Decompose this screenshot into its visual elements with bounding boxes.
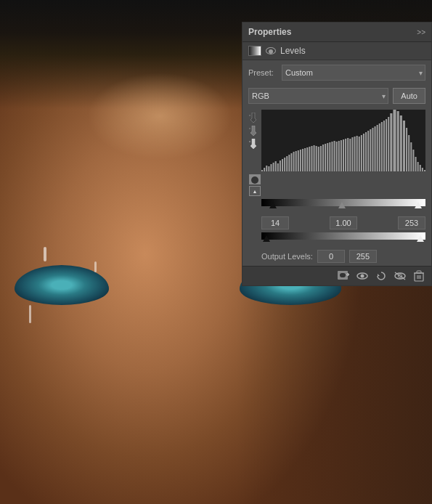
svg-rect-6 [266, 166, 267, 171]
svg-rect-43 [349, 139, 351, 171]
svg-rect-30 [320, 146, 322, 171]
output-levels-label: Output Levels: [261, 252, 313, 261]
svg-rect-4 [261, 170, 263, 171]
input-slider-track [261, 199, 425, 206]
visibility-eye-icon[interactable] [266, 47, 276, 54]
svg-rect-23 [304, 148, 306, 171]
svg-rect-45 [354, 137, 356, 171]
output-black-input[interactable] [317, 250, 345, 263]
svg-rect-64 [400, 115, 402, 171]
svg-rect-19 [296, 151, 297, 171]
svg-rect-44 [351, 137, 353, 171]
svg-rect-52 [370, 129, 371, 171]
svg-point-80 [361, 275, 364, 278]
svg-rect-78 [347, 273, 349, 276]
histogram-area [248, 110, 425, 171]
svg-rect-13 [282, 159, 283, 171]
properties-panel: Properties >> Levels Preset: Custom Defa… [242, 22, 432, 286]
svg-rect-41 [345, 139, 346, 171]
svg-rect-55 [377, 125, 378, 171]
svg-rect-42 [347, 138, 349, 171]
svg-rect-71 [417, 162, 419, 171]
delete-icon[interactable] [412, 270, 425, 282]
svg-rect-48 [361, 135, 362, 171]
svg-rect-87 [417, 271, 421, 273]
black-output-handle[interactable] [263, 235, 270, 242]
mask-row: ▲ [243, 174, 431, 198]
show-hide-icon[interactable] [394, 270, 407, 282]
panel-title: Properties [248, 27, 291, 37]
svg-rect-54 [375, 126, 376, 171]
levels-histogram-icon [248, 46, 261, 56]
black-input-handle[interactable] [269, 202, 277, 208]
svg-rect-49 [363, 134, 364, 171]
output-slider-track [261, 232, 425, 240]
svg-rect-27 [314, 145, 315, 171]
levels-title: Levels [280, 46, 306, 56]
svg-rect-32 [325, 144, 326, 171]
svg-rect-26 [311, 146, 312, 171]
svg-rect-29 [318, 147, 319, 171]
preset-select-wrapper: Custom Default Darker ▾ [282, 65, 425, 81]
svg-rect-33 [327, 143, 328, 171]
mid-level-input[interactable] [330, 216, 357, 229]
svg-rect-34 [329, 142, 330, 171]
svg-rect-72 [420, 165, 421, 171]
svg-rect-11 [277, 163, 279, 171]
svg-rect-28 [316, 146, 317, 171]
reset-icon[interactable] [375, 270, 388, 282]
svg-rect-56 [379, 123, 380, 171]
svg-rect-68 [410, 142, 412, 171]
svg-rect-46 [356, 136, 358, 171]
svg-rect-21 [300, 150, 301, 171]
svg-rect-61 [390, 113, 392, 171]
mask-icon[interactable] [249, 174, 261, 184]
svg-rect-67 [408, 135, 409, 171]
panel-collapse-button[interactable]: >> [417, 28, 425, 36]
svg-rect-57 [381, 122, 383, 171]
eyedroppers-column [248, 110, 258, 171]
svg-rect-40 [343, 139, 344, 171]
white-output-handle[interactable] [417, 235, 424, 242]
svg-rect-15 [286, 156, 288, 171]
svg-rect-70 [415, 157, 416, 171]
svg-rect-35 [331, 142, 333, 171]
channel-row: RGB Red Green Blue ▾ Auto [243, 85, 431, 107]
channel-select[interactable]: RGB Red Green Blue [248, 88, 388, 104]
svg-rect-58 [383, 121, 385, 171]
mask-link-icon[interactable]: ▲ [249, 186, 261, 196]
svg-rect-12 [280, 160, 281, 171]
black-point-eyedropper[interactable] [248, 113, 258, 123]
levels-header: Levels [243, 42, 431, 60]
svg-rect-18 [293, 152, 295, 171]
black-level-input[interactable] [261, 216, 289, 229]
svg-rect-74 [424, 170, 425, 171]
mid-input-handle[interactable] [338, 202, 346, 208]
preset-select[interactable]: Custom Default Darker [282, 65, 425, 81]
droplet-1 [44, 247, 46, 261]
white-point-eyedropper[interactable] [248, 139, 258, 149]
svg-rect-53 [372, 128, 373, 171]
white-level-input[interactable] [398, 216, 425, 229]
output-levels-slider[interactable] [261, 232, 425, 247]
svg-rect-50 [365, 132, 367, 171]
svg-rect-25 [309, 147, 310, 171]
panel-header: Properties >> [243, 23, 431, 42]
output-row: Output Levels: [243, 247, 431, 266]
view-properties-icon[interactable] [356, 270, 369, 282]
svg-rect-31 [322, 145, 324, 171]
svg-rect-5 [264, 168, 265, 171]
auto-button[interactable]: Auto [393, 88, 425, 104]
svg-rect-17 [290, 153, 292, 171]
svg-rect-60 [388, 117, 389, 171]
svg-rect-7 [268, 166, 269, 171]
svg-rect-8 [270, 164, 272, 171]
add-mask-icon[interactable] [337, 270, 350, 282]
svg-rect-73 [422, 168, 423, 171]
mask-icons: ▲ [248, 174, 261, 196]
input-levels-slider[interactable] [261, 199, 425, 214]
gray-point-eyedropper[interactable] [248, 126, 258, 136]
histogram-canvas [261, 110, 425, 171]
output-white-input[interactable] [349, 250, 377, 263]
white-input-handle[interactable] [415, 202, 422, 208]
